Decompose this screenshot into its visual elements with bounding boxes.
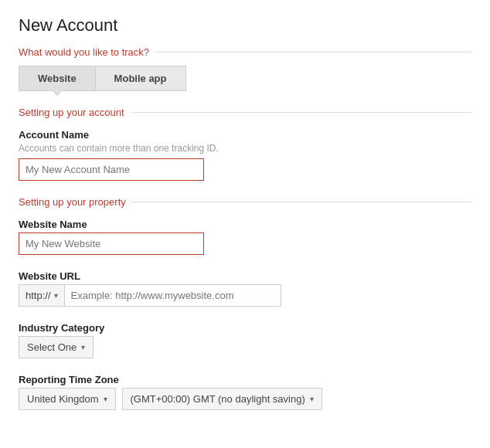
url-protocol-dropdown[interactable]: http:// ▾ xyxy=(19,284,65,307)
industry-field-group: Industry Category Select One ▾ xyxy=(19,322,471,358)
tab-mobile-app[interactable]: Mobile app xyxy=(95,66,186,91)
website-name-input[interactable] xyxy=(19,232,204,255)
timezone-value-dropdown[interactable]: (GMT+00:00) GMT (no daylight saving) ▾ xyxy=(122,388,322,410)
website-name-label: Website Name xyxy=(19,219,471,230)
tab-website[interactable]: Website xyxy=(19,66,95,91)
account-name-hint: Accounts can contain more than one track… xyxy=(19,143,471,154)
timezone-country-chevron-icon: ▾ xyxy=(104,395,107,403)
url-group: http:// ▾ xyxy=(19,284,281,307)
url-protocol-chevron-icon: ▾ xyxy=(54,291,58,300)
account-name-field-group: Account Name Accounts can contain more t… xyxy=(19,129,471,181)
website-url-field-group: Website URL http:// ▾ xyxy=(19,270,471,307)
timezone-country-label: United Kingdom xyxy=(27,393,99,405)
timezone-value-label: (GMT+00:00) GMT (no daylight saving) xyxy=(131,393,305,405)
url-protocol-label: http:// xyxy=(26,290,51,301)
timezone-field-group: Reporting Time Zone United Kingdom ▾ (GM… xyxy=(19,374,471,410)
timezone-label: Reporting Time Zone xyxy=(19,374,471,385)
url-input[interactable] xyxy=(65,284,281,307)
property-section-header: Setting up your property xyxy=(19,196,471,208)
industry-label: Industry Category xyxy=(19,322,471,334)
property-section-label: Setting up your property xyxy=(19,196,126,208)
industry-chevron-icon: ▾ xyxy=(81,343,85,351)
industry-dropdown-label: Select One xyxy=(27,341,77,353)
tracking-section-header: What would you like to track? xyxy=(19,46,471,58)
tracking-label: What would you like to track? xyxy=(19,46,149,58)
timezone-country-dropdown[interactable]: United Kingdom ▾ xyxy=(19,388,116,410)
account-name-label: Account Name xyxy=(19,129,471,141)
timezone-value-chevron-icon: ▾ xyxy=(310,395,314,403)
industry-dropdown[interactable]: Select One ▾ xyxy=(19,336,94,358)
website-name-field-group: Website Name xyxy=(19,219,471,255)
account-section-header: Setting up your account xyxy=(19,107,471,118)
account-section-label: Setting up your account xyxy=(19,107,124,118)
website-url-label: Website URL xyxy=(19,270,471,282)
timezone-row: United Kingdom ▾ (GMT+00:00) GMT (no day… xyxy=(19,388,471,410)
account-name-input[interactable] xyxy=(19,158,204,181)
page-title: New Account xyxy=(19,15,471,36)
tracking-tab-group: Website Mobile app xyxy=(19,66,471,91)
